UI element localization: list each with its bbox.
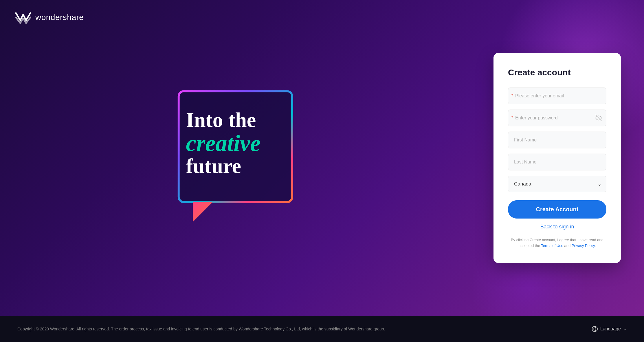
logo-text: wondershare	[35, 13, 84, 22]
wondershare-logo-icon	[14, 10, 32, 25]
lastname-input[interactable]	[508, 154, 606, 170]
password-group: *	[508, 110, 606, 126]
logo-area: wondershare	[14, 10, 84, 25]
language-selector[interactable]: Language ⌄	[592, 326, 627, 332]
privacy-policy-link[interactable]: Privacy Policy	[572, 243, 595, 248]
country-select[interactable]: Canada United States United Kingdom Aust…	[508, 176, 606, 192]
lastname-group	[508, 154, 606, 170]
language-label: Language	[600, 326, 621, 332]
hero-line3: future	[186, 155, 261, 178]
language-chevron-icon: ⌄	[623, 327, 627, 331]
hero-line2: creative	[186, 132, 261, 155]
country-group: Canada United States United Kingdom Aust…	[508, 176, 606, 192]
firstname-input[interactable]	[508, 132, 606, 148]
hero-line1: Into the	[186, 109, 261, 132]
hero-text-block: Into the creative future	[186, 109, 261, 178]
eye-off-icon	[595, 115, 602, 121]
terms-middle-text: and	[563, 243, 572, 248]
form-card: Create account * *	[493, 53, 621, 263]
create-account-button[interactable]: Create Account	[508, 200, 606, 219]
footer-copyright: Copyright © 2020 Wondershare. All rights…	[17, 327, 592, 331]
form-title: Create account	[508, 68, 606, 77]
email-group: *	[508, 88, 606, 104]
email-input[interactable]	[508, 88, 606, 104]
footer: Copyright © 2020 Wondershare. All rights…	[0, 316, 644, 342]
terms-after-text: .	[595, 243, 596, 248]
terms-text: By clicking Create account, I agree that…	[508, 237, 606, 248]
firstname-group	[508, 132, 606, 148]
password-input[interactable]	[508, 110, 606, 126]
password-toggle-button[interactable]	[595, 115, 602, 121]
illustration-container: Into the creative future	[154, 77, 316, 239]
left-content: Into the creative future	[0, 0, 470, 316]
right-panel: Create account * *	[470, 0, 644, 316]
back-to-signin-link[interactable]: Back to sign in	[508, 224, 606, 230]
terms-of-use-link[interactable]: Terms of Use	[541, 243, 563, 248]
globe-icon	[592, 326, 598, 332]
